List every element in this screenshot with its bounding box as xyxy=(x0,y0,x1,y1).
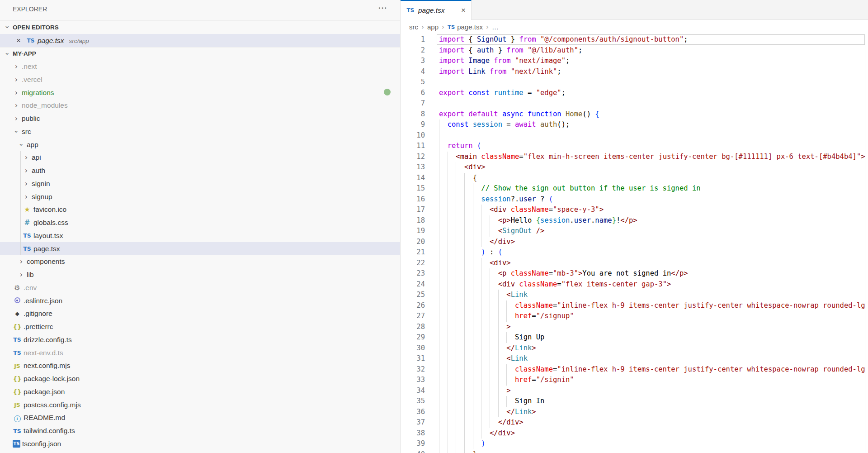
code-line-4[interactable]: 4import Link from "next/link"; xyxy=(401,67,865,77)
chevron-right-icon[interactable]: › xyxy=(13,102,20,109)
code-line-25[interactable]: 25 <Link xyxy=(401,290,865,300)
chevron-right-icon[interactable]: › xyxy=(23,180,30,187)
line-number[interactable]: 24 xyxy=(401,279,425,290)
line-number[interactable]: 28 xyxy=(401,322,425,333)
tree-item--next[interactable]: ›.next xyxy=(0,60,400,73)
code-line-33[interactable]: 33 href="/signin" xyxy=(401,375,865,386)
line-number[interactable]: 7 xyxy=(401,98,425,109)
chevron-right-icon[interactable]: › xyxy=(13,63,20,70)
tree-item-next-config-mjs[interactable]: JSnext.config.mjs xyxy=(0,359,400,372)
chevron-right-icon[interactable]: › xyxy=(18,258,25,265)
tree-item-public[interactable]: ›public xyxy=(0,112,400,125)
chevron-right-icon[interactable]: › xyxy=(13,115,20,122)
tree-item-auth[interactable]: ›auth xyxy=(0,164,400,177)
code-line-35[interactable]: 35 Sign In xyxy=(401,396,865,407)
more-actions-icon[interactable]: ··· xyxy=(378,4,387,13)
tree-item-layout-tsx[interactable]: TSlayout.tsx xyxy=(0,229,400,242)
code-line-26[interactable]: 26 className="inline-flex h-9 items-cent… xyxy=(401,300,865,311)
code-line-2[interactable]: 2import { auth } from "@/lib/auth"; xyxy=(401,45,865,56)
chevron-right-icon[interactable]: › xyxy=(23,154,30,161)
line-number[interactable]: 32 xyxy=(401,364,425,375)
code-line-8[interactable]: 8export default async function Home() { xyxy=(401,109,865,120)
code-line-31[interactable]: 31 <Link xyxy=(401,353,865,364)
line-number[interactable]: 12 xyxy=(401,152,425,162)
tree-item--vercel[interactable]: ›.vercel xyxy=(0,73,400,86)
code-line-17[interactable]: 17 <div className="space-y-3"> xyxy=(401,205,865,215)
code-line-30[interactable]: 30 </Link> xyxy=(401,343,865,354)
line-number[interactable]: 20 xyxy=(401,237,425,248)
line-number[interactable]: 17 xyxy=(401,205,425,215)
line-number[interactable]: 36 xyxy=(401,407,425,418)
tree-item-readme-md[interactable]: iREADME.md xyxy=(0,411,400,424)
code-line-37[interactable]: 37 </div> xyxy=(401,417,865,428)
code-line-6[interactable]: 6export const runtime = "edge"; xyxy=(401,88,865,99)
tree-item-lib[interactable]: ›lib xyxy=(0,268,400,281)
code-line-34[interactable]: 34 > xyxy=(401,386,865,396)
line-number[interactable]: 30 xyxy=(401,343,425,354)
tree-item-package-json[interactable]: {}package.json xyxy=(0,385,400,398)
code-line-27[interactable]: 27 href="/signup" xyxy=(401,311,865,322)
chevron-right-icon[interactable]: › xyxy=(13,76,20,83)
code-line-1[interactable]: 1import { SignOut } from "@/components/a… xyxy=(401,34,865,45)
chevron-down-icon[interactable]: › xyxy=(13,128,20,135)
code-line-29[interactable]: 29 Sign Up xyxy=(401,332,865,343)
code-line-20[interactable]: 20 </div> xyxy=(401,237,865,248)
tree-item--prettierrc[interactable]: {}.prettierrc xyxy=(0,320,400,334)
code-line-16[interactable]: 16 session?.user ? ( xyxy=(401,194,865,205)
line-number[interactable]: 38 xyxy=(401,428,425,439)
chevron-down-icon[interactable]: › xyxy=(4,50,11,57)
line-number[interactable]: 21 xyxy=(401,247,425,258)
line-number[interactable]: 1 xyxy=(401,34,425,45)
line-number[interactable]: 10 xyxy=(401,130,425,141)
code-line-11[interactable]: 11 return ( xyxy=(401,141,865,152)
chevron-right-icon[interactable]: › xyxy=(23,167,30,174)
code-line-15[interactable]: 15 // Show the sign out button if the us… xyxy=(401,183,865,194)
tree-item-postcss-config-mjs[interactable]: JSpostcss.config.mjs xyxy=(0,398,400,411)
tree-item-drizzle-config-ts[interactable]: TSdrizzle.config.ts xyxy=(0,333,400,346)
breadcrumb-app[interactable]: app xyxy=(427,23,439,31)
tab-close-icon[interactable]: × xyxy=(461,6,466,15)
chevron-down-icon[interactable]: › xyxy=(4,24,11,31)
tree-item-signup[interactable]: ›signup xyxy=(0,190,400,203)
code-line-36[interactable]: 36 </Link> xyxy=(401,407,865,418)
code-line-14[interactable]: 14 { xyxy=(401,173,865,184)
code-line-23[interactable]: 23 <p className="mb-3">You are not signe… xyxy=(401,268,865,279)
tree-item-tailwind-config-ts[interactable]: TStailwind.config.ts xyxy=(0,424,400,438)
line-number[interactable]: 19 xyxy=(401,226,425,237)
breadcrumb-src[interactable]: src xyxy=(409,23,418,31)
code-editor[interactable]: 1import { SignOut } from "@/components/a… xyxy=(401,34,868,453)
line-number[interactable]: 34 xyxy=(401,386,425,396)
code-line-18[interactable]: 18 <p>Hello {session.user.name}!</p> xyxy=(401,215,865,226)
tree-item-page-tsx[interactable]: TSpage.tsx xyxy=(0,242,400,255)
code-line-3[interactable]: 3import Image from "next/image"; xyxy=(401,56,865,67)
code-line-38[interactable]: 38 </div> xyxy=(401,428,865,439)
open-editor-item[interactable]: × TS page.tsx src/app xyxy=(0,34,400,47)
code-line-21[interactable]: 21 ) : ( xyxy=(401,247,865,258)
line-number[interactable]: 9 xyxy=(401,119,425,130)
line-number[interactable]: 11 xyxy=(401,141,425,152)
line-number[interactable]: 13 xyxy=(401,162,425,173)
close-icon[interactable]: × xyxy=(16,36,24,45)
tree-item-favicon-ico[interactable]: ★favicon.ico xyxy=(0,203,400,216)
chevron-right-icon[interactable]: › xyxy=(18,271,25,278)
tree-item-src[interactable]: ›src xyxy=(0,125,400,138)
line-number[interactable]: 6 xyxy=(401,88,425,99)
tree-item-migrations[interactable]: ›migrations xyxy=(0,86,400,99)
code-line-39[interactable]: 39 ) xyxy=(401,439,865,449)
tree-item-package-lock-json[interactable]: {}package-lock.json xyxy=(0,372,400,386)
line-number[interactable]: 16 xyxy=(401,194,425,205)
line-number[interactable]: 29 xyxy=(401,332,425,343)
code-line-13[interactable]: 13 <div> xyxy=(401,162,865,173)
tab-page-tsx[interactable]: TS page.tsx × xyxy=(401,0,472,20)
tree-item-next-env-d-ts[interactable]: TSnext-env.d.ts xyxy=(0,346,400,359)
line-number[interactable]: 18 xyxy=(401,215,425,226)
line-number[interactable]: 15 xyxy=(401,183,425,194)
tree-item--gitignore[interactable]: ◆.gitignore xyxy=(0,307,400,320)
tree-item-node-modules[interactable]: ›node_modules xyxy=(0,99,400,112)
line-number[interactable]: 23 xyxy=(401,268,425,279)
chevron-right-icon[interactable]: › xyxy=(23,193,30,200)
tree-item-components[interactable]: ›components xyxy=(0,255,400,268)
code-line-40[interactable]: 40 } xyxy=(401,449,865,453)
line-number[interactable]: 26 xyxy=(401,300,425,311)
code-line-24[interactable]: 24 <div className="flex items-center gap… xyxy=(401,279,865,290)
